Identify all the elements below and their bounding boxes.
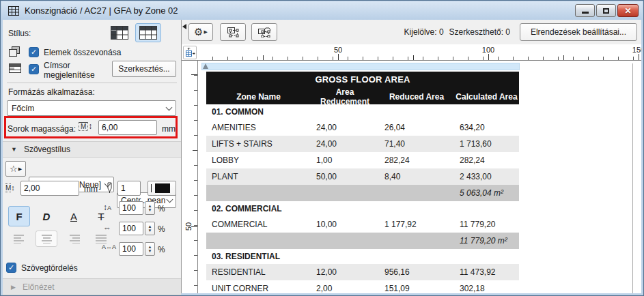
line-spacing-icon: ↕A	[103, 203, 111, 212]
text-style-section-header[interactable]: ▼ Szövegstílus	[3, 141, 181, 158]
column-header-zone-name[interactable]: Zone Name	[206, 92, 311, 102]
column-header-reduced-area[interactable]: Reduced Area	[379, 92, 454, 102]
style-variant-1-button[interactable]	[107, 23, 132, 42]
cell-area-reducement[interactable]: 10,00	[311, 220, 379, 229]
align-right-button[interactable]	[63, 231, 85, 247]
section-name[interactable]: 01. COMMON	[206, 107, 519, 117]
preview-section-header[interactable]: ▶ Előnézet	[3, 278, 181, 295]
table-row[interactable]: AMENITIES24,0026,04634,20	[206, 119, 519, 136]
cell-zone-name[interactable]: LOBBY	[206, 156, 311, 165]
cell-calculated-area[interactable]: 634,20	[454, 123, 519, 132]
cell-reduced-area[interactable]: 8,40	[379, 172, 454, 181]
cell-zone-name[interactable]: COMMERCIAL	[206, 220, 311, 229]
section-name[interactable]: 02. COMMERCIAL	[206, 204, 519, 213]
char-spacing-stepper[interactable]: ▲▼	[145, 242, 155, 256]
cell-area-reducement[interactable]: 12,00	[311, 267, 379, 277]
layout-settings-button[interactable]: Elrendezések beállításai...	[520, 23, 637, 41]
cell-calculated-area[interactable]: 282,24	[454, 156, 519, 165]
pen-color-button[interactable]	[148, 181, 176, 196]
cell-calculated-area[interactable]: 11 473,92	[454, 267, 519, 277]
apply-formatting-label: Formázás alkalmazása:	[8, 87, 95, 97]
schedule-grid-icon	[8, 6, 19, 16]
style-variant-2-button[interactable]	[135, 23, 161, 42]
word-wrap-checkbox[interactable]: ✓	[6, 263, 16, 273]
selected-count: Kijelölve: 0	[404, 27, 444, 37]
cell-zone-name[interactable]: LIFTS + STAIRS	[206, 139, 311, 149]
vertical-ruler[interactable]: 50	[182, 61, 198, 293]
table-row[interactable]: LIFTS + STAIRS24,0071,401 713,60	[206, 136, 519, 152]
cell-area-reducement[interactable]: 50,00	[311, 172, 379, 181]
table-rows: 01. COMMONAMENITIES24,0026,04634,20LIFTS…	[206, 104, 519, 293]
underline-button[interactable]: A	[63, 206, 85, 226]
align-center-button[interactable]	[36, 231, 57, 247]
table-column-headers[interactable]: Zone Name Area Reducement Reduced Area C…	[206, 87, 519, 104]
font-size-input[interactable]	[20, 181, 79, 196]
cell-area-reducement[interactable]: 1,00	[311, 156, 379, 165]
cell-reduced-area[interactable]: 71,40	[379, 139, 454, 149]
align-left-button[interactable]	[8, 231, 30, 247]
line-spacing-stepper[interactable]: ▲▼	[145, 201, 155, 215]
cell-calculated-area[interactable]: 302,18	[454, 284, 519, 293]
minimize-button[interactable]	[575, 4, 595, 17]
column-header-calculated-area[interactable]: Calculated Area	[454, 92, 519, 102]
indent-marker-icon[interactable]	[203, 63, 208, 69]
cell-area-reducement[interactable]: 2,00	[311, 284, 379, 293]
section-row[interactable]: 02. COMMERCIAL	[206, 201, 519, 216]
cell-zone-name[interactable]: AMENITIES	[206, 123, 311, 132]
section-name[interactable]: 03. RESIDENTIAL	[206, 252, 519, 261]
restore-button[interactable]	[596, 4, 616, 17]
header-display-checkbox[interactable]: ✓	[29, 64, 39, 74]
char-width-input[interactable]	[119, 222, 143, 235]
ruler-origin-button[interactable]	[182, 44, 198, 61]
subtotal-row[interactable]: 11 779,20 m²	[206, 233, 519, 249]
color-swatch	[155, 183, 170, 193]
cell-reduced-area[interactable]: 1 177,92	[379, 220, 454, 229]
scrollbar-track[interactable]	[632, 63, 633, 293]
table-style-grid-icon	[139, 26, 157, 40]
edit-header-button[interactable]: Szerkesztés...	[112, 61, 176, 77]
subtotal-row[interactable]: 5 063,04 m²	[206, 185, 519, 201]
cell-area-reducement[interactable]: 24,00	[311, 139, 379, 149]
cell-zone-name[interactable]: PLANT	[206, 172, 311, 181]
char-width-stepper[interactable]: ▲▼	[145, 222, 155, 235]
formatting-target-select[interactable]: Főcím	[7, 100, 176, 116]
char-spacing-input[interactable]	[119, 242, 143, 256]
table-title[interactable]: GROSS FLOOR AREA	[206, 72, 519, 87]
horizontal-ruler[interactable]: 50 100 150	[198, 44, 641, 61]
line-spacing-input[interactable]	[119, 201, 143, 215]
table-row[interactable]: LOBBY1,00282,24282,24	[206, 152, 519, 168]
cell-reduced-area[interactable]: 282,24	[379, 156, 454, 165]
schedule-table[interactable]: GROSS FLOOR AREA Zone Name Area Reduceme…	[206, 72, 519, 293]
edit-selected-button[interactable]	[251, 23, 277, 41]
scheme-settings-button[interactable]: ⚙ ▶	[188, 23, 213, 41]
italic-button[interactable]: D	[36, 206, 57, 226]
titlebar[interactable]: Konszignáció / AC27 | GFA by Zone 02 ✕	[1, 1, 643, 20]
table-row[interactable]: UNIT CORNER2,00151,09302,18	[206, 280, 519, 293]
table-row[interactable]: RESIDENTIAL12,00956,1611 473,92	[206, 264, 519, 280]
char-spacing-icon: A↔A	[102, 243, 116, 250]
column-header-area-reducement[interactable]: Area Reducement	[311, 87, 379, 106]
cell-subtotal[interactable]: 11 779,20 m²	[454, 236, 519, 246]
cell-zone-name[interactable]: UNIT CORNER	[206, 284, 311, 293]
favorites-button[interactable]: ☆▶	[5, 161, 26, 177]
bold-button[interactable]: F	[8, 206, 30, 226]
select-same-button[interactable]	[220, 23, 246, 41]
schedule-canvas[interactable]: GROSS FLOOR AREA Zone Name Area Reduceme…	[198, 61, 641, 293]
cell-subtotal[interactable]: 5 063,04 m²	[454, 188, 519, 198]
section-row[interactable]: 01. COMMON	[206, 104, 519, 119]
cell-zone-name[interactable]: RESIDENTIAL	[206, 267, 311, 277]
cell-area-reducement[interactable]: 24,00	[311, 123, 379, 132]
table-row[interactable]: COMMERCIAL10,001 177,9211 779,20	[206, 216, 519, 233]
close-button[interactable]: ✕	[617, 4, 639, 17]
merge-elements-checkbox[interactable]: ✓	[29, 47, 39, 57]
cell-reduced-area[interactable]: 26,04	[379, 123, 454, 132]
cell-reduced-area[interactable]: 956,16	[379, 267, 454, 277]
pen-number-input[interactable]	[117, 181, 141, 196]
selected-row-highlight[interactable]	[201, 63, 520, 70]
cell-calculated-area[interactable]: 11 779,20	[454, 220, 519, 229]
cell-calculated-area[interactable]: 2 433,00	[454, 172, 519, 181]
cell-calculated-area[interactable]: 1 713,60	[454, 139, 519, 149]
cell-reduced-area[interactable]: 151,09	[379, 284, 454, 293]
table-row[interactable]: PLANT50,008,402 433,00	[206, 168, 519, 185]
section-row[interactable]: 03. RESIDENTIAL	[206, 249, 519, 264]
